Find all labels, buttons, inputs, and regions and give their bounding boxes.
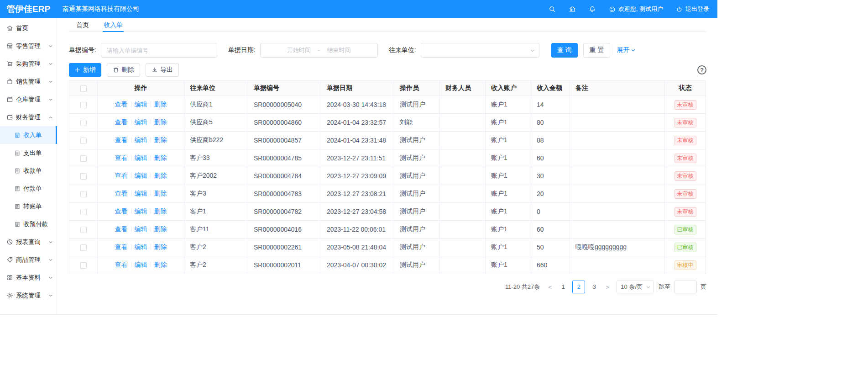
sidebar-item-label: 仓库管理 [16,96,41,104]
sidebar-item-income-bill[interactable]: 收入单 [0,126,57,144]
help-icon[interactable]: ? [697,65,706,74]
sidebar-item-advance-payment[interactable]: 收预付款 [0,215,57,233]
search-icon[interactable] [549,5,556,13]
delete-link[interactable]: 删除 [154,225,167,233]
row-checkbox[interactable] [80,209,87,215]
delete-link[interactable]: 删除 [154,190,167,197]
page-button-3[interactable]: 3 [588,281,601,293]
sidebar-item-basic-data[interactable]: 基本资料 [0,269,57,286]
col-status: 状态 [665,81,706,96]
export-button[interactable]: 导出 [146,63,179,77]
status-badge: 未审核 [675,100,696,110]
edit-link[interactable]: 编辑 [135,261,147,268]
sidebar-item-purchase[interactable]: 采购管理 [0,55,57,73]
edit-link[interactable]: 编辑 [135,207,147,215]
page-button-2-current[interactable]: 2 [572,281,585,293]
edit-link[interactable]: 编辑 [135,136,147,143]
delete-button[interactable]: 删除 [107,63,140,77]
row-checkbox[interactable] [80,244,87,251]
row-checkbox[interactable] [80,191,87,197]
edit-link[interactable]: 编辑 [135,154,147,161]
tab-home[interactable]: 首页 [69,18,96,32]
sidebar-item-label: 零售管理 [16,42,41,50]
row-checkbox[interactable] [80,155,87,162]
sidebar-item-label: 商品管理 [16,256,41,264]
delete-link[interactable]: 删除 [154,207,167,215]
pagination-summary: 11-20 共27条 [505,283,540,291]
sidebar-item-system-management[interactable]: 系统管理 [0,286,57,304]
page-button-1[interactable]: 1 [557,281,570,293]
partner-cell: 客户2 [184,239,248,256]
view-link[interactable]: 查看 [115,154,128,161]
sidebar-item-transfer-bill[interactable]: 转账单 [0,197,57,215]
view-link[interactable]: 查看 [115,207,128,215]
sidebar-item-expense-bill[interactable]: 支出单 [0,144,57,162]
view-link[interactable]: 查看 [115,101,128,108]
next-page-button[interactable]: > [602,284,613,291]
delete-link[interactable]: 删除 [154,243,167,250]
home-shortcut-icon[interactable] [569,5,576,13]
sidebar-item-warehouse[interactable]: 仓库管理 [0,90,57,108]
tab-income-bill[interactable]: 收入单 [96,18,130,32]
partner-select[interactable] [421,43,539,58]
row-checkbox[interactable] [80,262,87,269]
row-checkbox[interactable] [80,227,87,233]
welcome-user[interactable]: 欢迎您, 测试用户 [609,5,663,13]
logout-button[interactable]: 退出登录 [676,5,709,13]
row-checkbox[interactable] [80,138,87,144]
edit-link[interactable]: 编辑 [135,225,147,233]
edit-link[interactable]: 编辑 [135,190,147,197]
bill-no-cell: SR00000004016 [248,221,321,239]
delete-button-label: 删除 [121,66,134,74]
bell-icon[interactable] [589,5,596,13]
view-link[interactable]: 查看 [115,136,128,143]
date-range-picker[interactable]: 开始时间 ~ 结束时间 [260,43,378,58]
sidebar-item-receipt-bill[interactable]: 收款单 [0,162,57,180]
bill-no-input[interactable] [101,43,217,58]
delete-link[interactable]: 删除 [154,172,167,179]
top-header: 管伊佳ERP 南通某某网络科技有限公司 欢迎您, 测试用户 退出登录 [0,0,717,18]
view-link[interactable]: 查看 [115,172,128,179]
sidebar-item-home[interactable]: 首页 [0,19,57,37]
row-checkbox[interactable] [80,120,87,126]
bill-no-cell: SR00000004860 [248,114,321,132]
delete-link[interactable]: 删除 [154,101,167,108]
add-button[interactable]: 新增 [69,63,101,77]
view-link[interactable]: 查看 [115,243,128,250]
sidebar-item-finance[interactable]: 财务管理 [0,108,57,126]
jump-page-input[interactable] [674,281,697,293]
row-checkbox[interactable] [80,102,87,108]
sidebar-item-sales[interactable]: 销售管理 [0,73,57,90]
delete-link[interactable]: 删除 [154,136,167,143]
edit-link[interactable]: 编辑 [135,118,147,126]
sidebar-item-report-query[interactable]: 报表查询 [0,233,57,251]
view-link[interactable]: 查看 [115,225,128,233]
prev-page-button[interactable]: < [544,284,555,291]
edit-link[interactable]: 编辑 [135,243,147,250]
row-checkbox[interactable] [80,173,87,180]
page-size-select[interactable]: 10 条/页 [617,281,654,293]
edit-link[interactable]: 编辑 [135,101,147,108]
view-link[interactable]: 查看 [115,118,128,126]
delete-link[interactable]: 删除 [154,261,167,268]
reset-button[interactable]: 重 置 [583,43,611,58]
gear-icon [6,292,13,299]
view-link[interactable]: 查看 [115,190,128,197]
delete-link[interactable]: 删除 [154,154,167,161]
sidebar-item-label: 收预付款 [23,220,48,228]
expand-link[interactable]: 展开 [617,46,636,54]
edit-link[interactable]: 编辑 [135,172,147,179]
bill-no-label: 单据编号: [69,46,96,54]
operator-cell: 刘能 [394,114,440,132]
chevron-down-icon [530,48,535,53]
sidebar-item-product-management[interactable]: 商品管理 [0,251,57,269]
search-button[interactable]: 查 询 [551,43,578,58]
select-all-checkbox[interactable] [80,85,87,92]
view-link[interactable]: 查看 [115,261,128,268]
sidebar-item-payment-bill[interactable]: 付款单 [0,180,57,197]
col-action: 操作 [98,81,184,96]
jump-label: 跳至 [659,283,670,291]
plus-icon [74,67,81,73]
delete-link[interactable]: 删除 [154,118,167,126]
sidebar-item-retail[interactable]: 零售管理 [0,37,57,55]
